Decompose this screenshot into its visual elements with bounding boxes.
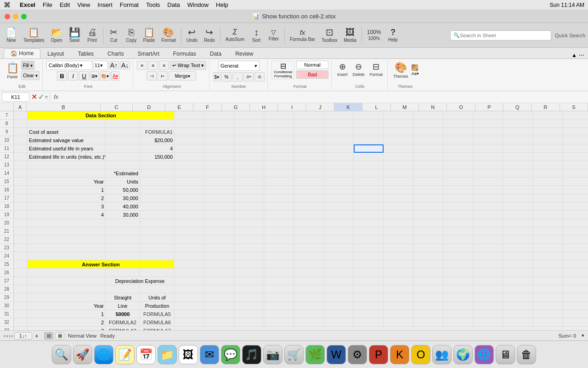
menu-view[interactable]: View xyxy=(77,1,90,8)
cell-J15[interactable] xyxy=(324,178,354,186)
col-header-l[interactable]: L xyxy=(362,103,390,111)
cell-N14[interactable] xyxy=(443,169,473,178)
cell-C20[interactable] xyxy=(106,219,140,227)
cell-N23[interactable] xyxy=(443,244,473,252)
cell-E25[interactable] xyxy=(175,260,204,269)
cell-A23[interactable] xyxy=(14,244,28,252)
cell-L31[interactable] xyxy=(384,310,413,318)
cell-G22[interactable] xyxy=(234,236,264,244)
cell-N29[interactable] xyxy=(443,293,473,302)
tb-templates-button[interactable]: 📋 Templates xyxy=(21,25,47,46)
cell-D26[interactable] xyxy=(140,269,175,277)
cell-K26[interactable] xyxy=(354,269,384,277)
cell-H13[interactable] xyxy=(264,161,294,169)
dock-red-app[interactable]: P xyxy=(369,345,388,364)
cell-F31[interactable] xyxy=(204,310,234,318)
cell-R29[interactable] xyxy=(563,293,588,302)
cell-A21[interactable] xyxy=(14,227,28,236)
cell-A25[interactable] xyxy=(14,260,28,269)
col-header-m[interactable]: M xyxy=(391,103,419,111)
cell-N7[interactable] xyxy=(443,111,473,120)
cell-A14[interactable] xyxy=(14,169,28,178)
cell-A16[interactable] xyxy=(14,186,28,194)
col-header-c[interactable]: C xyxy=(101,103,133,111)
cell-L21[interactable] xyxy=(384,227,413,236)
dock-calendar[interactable]: 📅 xyxy=(136,345,156,364)
cell-K29[interactable] xyxy=(354,293,384,302)
tb-save-button[interactable]: 💾 Save xyxy=(66,25,83,46)
dock-folder[interactable]: 📁 xyxy=(158,345,177,364)
cell-E29[interactable] xyxy=(175,293,204,302)
cell-H30[interactable] xyxy=(264,302,294,310)
cell-G25[interactable] xyxy=(234,260,264,269)
cell-B12[interactable]: Estimated life in units (miles, etc.)* xyxy=(28,153,106,161)
cell-O27[interactable] xyxy=(473,277,503,285)
cell-H27[interactable] xyxy=(264,277,294,285)
tb-open-button[interactable]: 📂 Open xyxy=(48,25,65,46)
cell-Q15[interactable] xyxy=(533,178,563,186)
cell-E11[interactable] xyxy=(175,144,204,153)
dock-apple-store[interactable]: 🛒 xyxy=(284,345,304,364)
col-header-r[interactable]: R xyxy=(531,103,560,111)
cell-B7[interactable]: Data Section xyxy=(28,111,175,120)
sheet-prev-button[interactable]: ‹ xyxy=(4,333,6,339)
cell-Q9[interactable] xyxy=(533,128,563,136)
cell-N33[interactable] xyxy=(443,327,473,330)
cell-K27[interactable] xyxy=(354,277,384,285)
cell-N31[interactable] xyxy=(443,310,473,318)
cell-G29[interactable] xyxy=(234,293,264,302)
cell-K11[interactable] xyxy=(354,144,384,153)
cell-L18[interactable] xyxy=(384,202,413,211)
cell-I10[interactable] xyxy=(294,136,324,144)
cell-P20[interactable] xyxy=(503,219,533,227)
cell-R13[interactable] xyxy=(563,161,588,169)
cell-A18[interactable] xyxy=(14,202,28,211)
formula-input[interactable] xyxy=(62,92,586,102)
cell-L12[interactable] xyxy=(384,153,413,161)
cell-C31[interactable]: 50000 xyxy=(106,310,140,318)
cell-K23[interactable] xyxy=(354,244,384,252)
cell-G26[interactable] xyxy=(234,269,264,277)
cell-R7[interactable] xyxy=(563,111,588,120)
cell-H12[interactable] xyxy=(264,153,294,161)
align-right-button[interactable]: ≡ xyxy=(159,61,169,70)
cell-O24[interactable] xyxy=(473,252,503,260)
cell-C10[interactable] xyxy=(106,136,140,144)
cell-R21[interactable] xyxy=(563,227,588,236)
cell-E14[interactable] xyxy=(175,169,204,178)
conditional-formatting-button[interactable]: ⊟ ConditionalFormatting xyxy=(271,61,294,79)
cell-E16[interactable] xyxy=(175,186,204,194)
cell-A8[interactable] xyxy=(14,120,28,128)
cell-D9[interactable]: FORMULA1 xyxy=(140,128,175,136)
cell-R14[interactable] xyxy=(563,169,588,178)
cell-Q8[interactable] xyxy=(533,120,563,128)
traffic-lights[interactable] xyxy=(5,14,27,19)
col-header-f[interactable]: F xyxy=(193,103,221,111)
cell-R19[interactable] xyxy=(563,211,588,219)
cell-K18[interactable] xyxy=(354,202,384,211)
cell-O14[interactable] xyxy=(473,169,503,178)
cell-M30[interactable] xyxy=(413,302,443,310)
col-header-s[interactable]: S xyxy=(560,103,588,111)
cell-H7[interactable] xyxy=(264,111,294,120)
cell-H9[interactable] xyxy=(264,128,294,136)
cell-Q11[interactable] xyxy=(533,144,563,153)
cell-H14[interactable] xyxy=(264,169,294,178)
col-header-k[interactable]: K xyxy=(334,103,362,111)
cell-M26[interactable] xyxy=(413,269,443,277)
cell-P21[interactable] xyxy=(503,227,533,236)
fill-dropdown[interactable]: Fill ▾ xyxy=(21,61,34,70)
cell-H31[interactable] xyxy=(264,310,294,318)
cell-N19[interactable] xyxy=(443,211,473,219)
cell-L22[interactable] xyxy=(384,236,413,244)
cell-P7[interactable] xyxy=(503,111,533,120)
cell-L32[interactable] xyxy=(384,318,413,327)
app-name[interactable]: Excel xyxy=(20,1,35,8)
dock-yellow-app[interactable]: O xyxy=(411,345,430,364)
col-header-p[interactable]: P xyxy=(475,103,503,111)
row-header-24[interactable]: 24 xyxy=(0,252,14,260)
delete-cell-button[interactable]: ⊖ Delete xyxy=(351,61,367,78)
tb-cut-button[interactable]: ✂ Cut xyxy=(106,25,122,46)
cell-O28[interactable] xyxy=(473,285,503,293)
theme-colors-button[interactable]: Aa▾ xyxy=(412,64,419,76)
